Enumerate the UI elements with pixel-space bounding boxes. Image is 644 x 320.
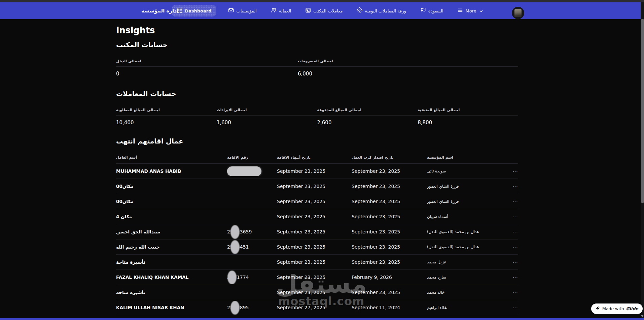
- worker-name: سيدالله الحق احسن: [116, 229, 227, 234]
- row-menu-button[interactable]: ⋯: [512, 289, 518, 296]
- table-row[interactable]: تأشيرة متاحة September 23, 2025 Septembe…: [116, 255, 518, 270]
- top-navbar: اداره المؤسسه Dashboard المؤسسات: [0, 2, 641, 19]
- chevron-down-icon: [479, 8, 483, 13]
- column-header-issue-date: تاريخ اصدار كرت العمل: [352, 155, 427, 160]
- residence-number: 232895: [227, 301, 277, 315]
- badge-text: Made with: [602, 306, 624, 311]
- worker-name: مكان00: [116, 184, 227, 189]
- nav-tab-office-transactions[interactable]: معاملات المكتب: [303, 5, 345, 17]
- nav-tab-more[interactable]: More: [456, 5, 485, 17]
- row-menu-button[interactable]: ⋯: [512, 259, 518, 265]
- issue-date: September 23, 2025: [352, 214, 427, 219]
- row-menu-button[interactable]: ⋯: [512, 229, 518, 235]
- office-card-icon: [305, 7, 311, 14]
- nav-tab-label: Dashboard: [185, 8, 211, 13]
- org-name: هذال بن محمد (القصوي للنقل): [427, 245, 510, 249]
- row-menu-button[interactable]: ⋯: [512, 168, 518, 174]
- org-name: فرزة الشاي العمور: [427, 184, 510, 189]
- table-row[interactable]: تأشيرة متاحة September 23, 2025 Septembe…: [116, 285, 518, 300]
- row-menu-button[interactable]: ⋯: [512, 198, 518, 205]
- transaction-accounts-value-row: 10,400 1,600 2,600 8,800: [116, 116, 518, 126]
- table-header-row: أسم العامل رقم الاقامة تاريخ أنتهاء الاق…: [116, 155, 518, 164]
- table-row[interactable]: سيدالله الحق احسن 2513659 September 23, …: [116, 224, 518, 239]
- row-menu-button[interactable]: ⋯: [512, 274, 518, 281]
- bottom-accent-strip: [0, 318, 644, 320]
- org-name: نقلاء ابراهيم: [427, 305, 510, 310]
- residence-number: 271774: [227, 270, 277, 284]
- dashboard-grid-icon: [177, 7, 182, 14]
- stat-label: اجمالي المبالغ المدفوعة: [317, 108, 418, 112]
- expiry-date: September 27, 2025: [277, 305, 352, 310]
- row-menu-button[interactable]: ⋯: [512, 183, 518, 190]
- issue-date: September 23, 2025: [352, 184, 427, 189]
- nav-tab-organizations[interactable]: المؤسسات: [226, 5, 259, 17]
- nav-tab-dashboard[interactable]: Dashboard: [172, 5, 216, 17]
- section-heading-office-accounts: حسابات المكتب: [116, 41, 518, 49]
- row-menu-button[interactable]: ⋯: [512, 214, 518, 220]
- org-name: عزيل محمد: [427, 260, 510, 264]
- hamburger-icon: [458, 7, 463, 14]
- row-menu-button[interactable]: ⋯: [512, 305, 518, 311]
- office-accounts-header-row: اجمالي الدخل اجمالي المصروفات: [116, 59, 518, 67]
- badge-brand: Glide: [626, 306, 638, 311]
- main-content: Insights حسابات المكتب اجمالي الدخل اجما…: [116, 19, 518, 315]
- scrollbar-track[interactable]: [641, 2, 644, 320]
- worker-name: تأشيرة متاحة: [116, 259, 227, 265]
- issue-date: September 23, 2025: [352, 229, 427, 234]
- column-header-expiry-date: تاريخ أنتهاء الاقامة: [277, 155, 352, 160]
- stat-label: اجمالي المصروفات: [298, 59, 518, 63]
- issue-date: February 9, 2026: [352, 275, 427, 280]
- nav-tab-label: معاملات المكتب: [313, 8, 343, 13]
- scrollbar-down-arrow-icon[interactable]: [641, 315, 644, 317]
- nav-tab-labor[interactable]: العمالة: [269, 5, 293, 17]
- made-with-glide-badge[interactable]: Made withGlide: [591, 303, 643, 314]
- nav-tab-saudization[interactable]: السعودة: [418, 5, 445, 17]
- row-menu-button[interactable]: ⋯: [512, 244, 518, 250]
- redaction-blob: [230, 301, 240, 315]
- stat-value: 6,000: [298, 71, 518, 77]
- issue-date: September 23, 2025: [352, 290, 427, 295]
- issue-date: September 11, 2024: [352, 305, 427, 310]
- avatar-image: [514, 9, 522, 17]
- expiry-date: September 23, 2025: [277, 199, 352, 204]
- nav-tab-daily-transactions[interactable]: ورقة المعاملات اليومية: [355, 5, 408, 17]
- stat-value: 0: [116, 71, 298, 77]
- scrollbar-thumb[interactable]: [641, 19, 644, 203]
- section-heading-transaction-accounts: حسابات المعاملات: [116, 90, 518, 98]
- table-row[interactable]: مكان00 September 23, 2025 September 23, …: [116, 179, 518, 194]
- table-row[interactable]: مكان00 September 23, 2025 September 23, …: [116, 194, 518, 209]
- glide-logo-icon: [596, 306, 600, 312]
- stat-label: اجمالي المبالغ المطلوبة: [116, 108, 217, 112]
- avatar[interactable]: [512, 7, 524, 19]
- transaction-accounts-header-row: اجمالي المبالغ المطلوبة اجمالي الايرادات…: [116, 108, 518, 116]
- nav-items: Dashboard المؤسسات العمالة: [172, 2, 485, 19]
- diamonds-icon: [357, 7, 362, 14]
- org-name: أسماء شيبان: [427, 214, 510, 219]
- column-header-org-name: اسم المؤسسة: [427, 155, 510, 160]
- expiry-date: September 23, 2025: [277, 290, 352, 295]
- redaction-blob: [230, 240, 240, 254]
- expiry-date: September 23, 2025: [277, 214, 352, 219]
- table-row[interactable]: حبيب الله رحيم الله 258451 September 23,…: [116, 239, 518, 255]
- redaction-blob: [230, 225, 240, 239]
- residence-number: 258451: [227, 240, 277, 254]
- table-row[interactable]: KALIM ULLAH NISAR KHAN 232895 September …: [116, 300, 518, 315]
- stat-label: اجمالي الايرادات: [217, 108, 317, 112]
- org-name: هذال بن محمد (القصوي للنقل): [427, 229, 510, 234]
- envelope-icon: [228, 7, 234, 14]
- table-row[interactable]: FAZAL KHALIQ KHAN KAMAL 271774 September…: [116, 270, 518, 285]
- office-accounts-value-row: 0 6,000: [116, 67, 518, 77]
- table-row[interactable]: MUHAMMAD ANAS HABIB September 23, 2025 S…: [116, 164, 518, 179]
- nav-tab-label: ورقة المعاملات اليومية: [365, 8, 406, 13]
- issue-date: September 23, 2025: [352, 199, 427, 204]
- nav-tab-label: المؤسسات: [236, 8, 257, 13]
- stat-value: 2,600: [317, 120, 418, 126]
- table-row[interactable]: مكان 4 September 23, 2025 September 23, …: [116, 209, 518, 224]
- page-title: Insights: [116, 25, 518, 35]
- expiry-date: September 23, 2025: [277, 229, 352, 234]
- stat-value: 1,600: [217, 120, 317, 126]
- residence-number: [227, 166, 277, 176]
- residence-number: 2513659: [227, 225, 277, 239]
- issue-date: September 23, 2025: [352, 259, 427, 265]
- worker-name: KALIM ULLAH NISAR KHAN: [116, 305, 227, 310]
